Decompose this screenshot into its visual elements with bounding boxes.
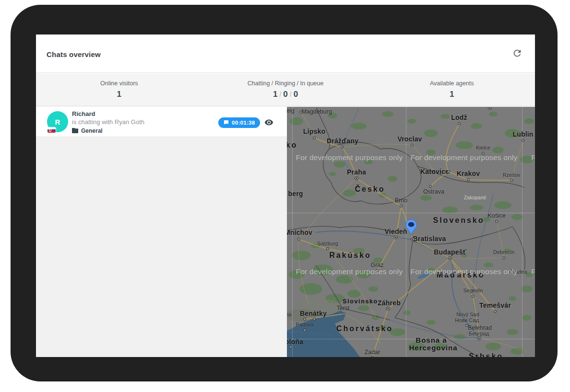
map-city-dot — [371, 356, 374, 357]
map-dev-watermark: F — [531, 153, 535, 162]
stat-label: Online visitors — [36, 80, 202, 87]
separator: / — [288, 91, 294, 98]
map-place-label: Lodž — [451, 114, 467, 121]
folder-icon — [72, 127, 78, 135]
map-place-label: na — [287, 311, 291, 317]
stat-available-agents: Available agents 1 — [368, 73, 535, 106]
map-place-label: oloňa — [287, 338, 303, 346]
map-place-label: Bosna a — [416, 336, 447, 344]
map-city-dot — [429, 185, 432, 188]
map-city-dot — [313, 318, 316, 321]
map-city-dot — [467, 178, 470, 181]
map-capital-dot — [355, 176, 358, 180]
map-city-dot — [465, 324, 468, 327]
map-place-label: eig — [287, 107, 294, 114]
map-city-dot — [458, 122, 461, 125]
map-place-label: Нови Сад — [455, 317, 479, 323]
map-city-dot — [303, 318, 306, 321]
map-place-label: Nový Sad — [456, 311, 479, 317]
stat-online-visitors: Online visitors 1 — [36, 73, 202, 106]
map-dev-watermark: For development purposes only — [296, 153, 403, 162]
stat-value: 1 — [368, 90, 535, 99]
map-capital-dot — [394, 235, 398, 239]
map-place-label: Záhreb — [378, 299, 401, 307]
chat-list-item[interactable]: R Richard is chatting with Ryan Goth Gen… — [36, 107, 287, 137]
map-city-dot — [411, 144, 414, 147]
refresh-icon — [512, 53, 522, 60]
map-place-label: Temešvár — [479, 301, 511, 309]
map-city-dot — [313, 137, 316, 139]
slovakia-flag-icon — [48, 127, 56, 133]
chat-timer-badge: 00:01:38 — [218, 117, 260, 128]
chat-bubble-icon — [224, 118, 229, 127]
map-place-label: berg — [288, 190, 303, 197]
map-place-label: Brno — [395, 197, 407, 204]
map-city-dot — [326, 247, 329, 250]
map-place-label: Mníchov — [287, 229, 312, 236]
map-city-dot — [522, 139, 524, 142]
map-place-label: Katovice — [420, 168, 449, 175]
map-capital-dot — [411, 237, 415, 241]
map-place-label: Česko — [355, 185, 385, 194]
chat-group: General — [72, 127, 103, 135]
map-dev-watermark: F — [531, 267, 535, 276]
chat-list: R Richard is chatting with Ryan Goth Gen… — [36, 107, 287, 357]
map-city-dot — [494, 310, 497, 313]
map-city-dot — [495, 220, 498, 223]
map-place-label: Lublin — [512, 130, 533, 138]
stat-value: 1/0/0 — [202, 90, 369, 99]
map-place-label: Budapešť — [434, 248, 466, 256]
separator: / — [277, 91, 283, 98]
map-gridline — [287, 339, 535, 339]
map-city-dot — [510, 179, 513, 182]
map-place-label: Bratislava — [413, 235, 446, 242]
map-place-label: Београд — [469, 331, 489, 336]
chat-status-text: is chatting with Ryan Goth — [72, 118, 144, 126]
stat-label: Available agents — [368, 80, 535, 87]
map-place-label: Padova — [296, 322, 313, 327]
header: Chats overview — [36, 35, 535, 73]
map-place-label: Košice — [487, 212, 506, 219]
map-pin-bratislava — [405, 219, 417, 236]
group-label: General — [81, 127, 103, 134]
visitor-name: Richard — [72, 110, 95, 117]
flag-emblem — [49, 129, 51, 132]
stat-label: Chatting / Ringing / In queue — [202, 80, 369, 87]
in-queue-count: 0 — [294, 90, 298, 99]
map-place-label: Lipsko — [303, 127, 325, 135]
map-place-label: Zadar — [365, 349, 380, 356]
map-place-label: Salzburg — [317, 241, 338, 246]
map-place-label: Chorvátsko — [336, 324, 393, 333]
map-city-dot — [341, 146, 344, 149]
map-city-dot — [472, 295, 475, 298]
eye-icon — [264, 121, 273, 128]
map-place-label: Srbsko — [469, 352, 503, 357]
chat-timer: 00:01:38 — [232, 120, 255, 126]
map-place-label: Terst — [336, 305, 349, 311]
chatting-count: 1 — [273, 90, 277, 99]
map-capital-dot — [386, 307, 390, 311]
map-place-label: Kielce — [476, 145, 490, 150]
map-place-label: Praha — [347, 168, 366, 176]
refresh-button[interactable] — [511, 47, 523, 60]
stat-value: 1 — [36, 90, 202, 99]
watch-chat-button[interactable] — [263, 118, 274, 128]
map-dev-watermark: For development purposes only — [296, 267, 403, 276]
map-place-label: Slovinsko — [343, 298, 378, 305]
map-dev-watermark: For development purposes only — [411, 153, 518, 162]
map-city-dot — [400, 205, 403, 208]
visitors-map[interactable]: eigMagdeburgLodžLipskoLublinDrážďanyVroc… — [287, 107, 535, 357]
map-place-label: Hercegovina — [409, 344, 457, 352]
map-city-dot — [289, 346, 292, 348]
map-gridline — [522, 107, 522, 357]
map-dev-watermark: For development purposes only — [411, 267, 518, 276]
map-city-dot — [343, 312, 345, 315]
map-place-label: ko — [287, 141, 297, 150]
map-capital-dot — [477, 336, 481, 340]
map-place-label: Krakov — [457, 170, 480, 177]
map-place-label: Rzešov — [503, 172, 521, 178]
map-place-label: Segedín — [463, 288, 483, 293]
ringing-count: 0 — [283, 90, 287, 99]
map-place-label: Vroclav — [397, 135, 422, 143]
map-city-dot — [502, 256, 505, 259]
